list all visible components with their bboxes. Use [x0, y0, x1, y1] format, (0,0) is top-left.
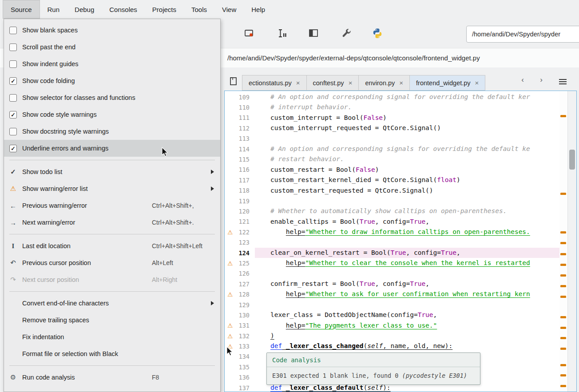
line-number[interactable]: 121 [235, 218, 255, 225]
warning-marker[interactable] [560, 364, 566, 366]
code-line-117[interactable]: 117 custom_restart_kernel_died = QtCore.… [225, 175, 559, 185]
file-switcher-icon[interactable] [226, 74, 241, 89]
warning-marker[interactable] [560, 285, 566, 287]
warning-marker[interactable] [560, 231, 566, 234]
line-number[interactable]: 127 [235, 281, 255, 288]
scrollbar-thumb[interactable] [569, 150, 575, 170]
line-number[interactable]: 133 [235, 343, 255, 350]
warning-marker[interactable] [560, 193, 566, 195]
menu-item-previous-cursor-position[interactable]: ↶Previous cursor positionAlt+Left [4, 254, 220, 271]
line-number[interactable]: 131 [235, 322, 255, 329]
line-number[interactable]: 111 [235, 114, 255, 121]
line-number[interactable]: 134 [235, 353, 255, 360]
tab-close-icon[interactable]: × [349, 79, 353, 87]
menu-item-format-file-or-selection-with-black[interactable]: Format file or selection with Black [4, 345, 220, 362]
code-line-124[interactable]: 124 clear_on_kernel_restart = Bool(True,… [225, 248, 559, 258]
menu-item-show-code-style-warnings[interactable]: ✓Show code style warnings [4, 106, 220, 123]
menubar-item-view[interactable]: View [214, 0, 244, 19]
maximize-pane-icon[interactable] [305, 25, 322, 42]
preferences-wrench-icon[interactable] [338, 25, 355, 42]
warning-marker[interactable] [560, 253, 566, 255]
code-line-111[interactable]: 111 custom_interrupt = Bool(False) [225, 113, 559, 123]
tab-scroll-right-icon[interactable]: › [536, 75, 547, 84]
tab-options-menu-icon[interactable] [559, 79, 567, 80]
working-directory-selector[interactable]: /home/andi/Dev/Spyder/spyder [466, 26, 579, 43]
line-number[interactable]: 129 [235, 301, 255, 309]
menu-item-convert-end-of-line-characters[interactable]: Convert end-of-line characters [4, 295, 220, 312]
line-number[interactable]: 117 [235, 177, 255, 184]
menu-item-next-warning-error[interactable]: →Next warning/errorCtrl+Alt+Shift+. [4, 214, 220, 231]
code-line-116[interactable]: 116 custom_restart = Bool(False) [225, 165, 559, 175]
line-number[interactable]: 136 [235, 374, 255, 381]
code-line-114[interactable]: 114 # An option and corresponding signal… [225, 144, 559, 154]
code-line-130[interactable]: 130 lexer_class = DottedObjectName(confi… [225, 310, 559, 320]
code-line-110[interactable]: 110 # interrupt behavior. [225, 102, 559, 112]
line-number[interactable]: 110 [235, 104, 255, 111]
line-number[interactable]: 109 [235, 94, 255, 101]
code-line-119[interactable]: 119 [225, 196, 559, 206]
tab-environ-py[interactable]: environ.py× [359, 75, 410, 91]
line-number[interactable]: 116 [235, 166, 255, 173]
menubar-item-projects[interactable]: Projects [145, 0, 184, 19]
python-logo-icon[interactable] [369, 25, 386, 42]
run-cell-icon[interactable] [241, 25, 258, 42]
menubar-item-help[interactable]: Help [244, 0, 273, 19]
line-number[interactable]: 125 [235, 260, 255, 267]
warning-marker[interactable] [560, 115, 566, 117]
code-line-122[interactable]: ⚠122 help="Whether to draw information c… [225, 227, 559, 237]
menubar-item-consoles[interactable]: Consoles [102, 0, 145, 19]
warning-marker[interactable] [560, 337, 566, 339]
gutter-warning-icon[interactable]: ⚠ [225, 322, 235, 329]
ibeam-pause-icon[interactable] [273, 25, 290, 42]
menu-item-show-todo-list[interactable]: ✓Show todo list [4, 163, 220, 180]
menu-item-scroll-past-the-end[interactable]: Scroll past the end [4, 39, 220, 55]
line-number[interactable]: 115 [235, 156, 255, 163]
warning-marker[interactable] [560, 385, 566, 387]
line-number[interactable]: 122 [235, 229, 255, 236]
editor-scrollbar[interactable] [567, 91, 576, 392]
code-line-132[interactable]: ⚠132 ) [225, 331, 559, 341]
warning-marker[interactable] [560, 348, 566, 350]
line-number[interactable]: 114 [235, 146, 255, 153]
menu-item-remove-trailing-spaces[interactable]: Remove trailing spaces [4, 312, 220, 329]
menubar-item-tools[interactable]: Tools [184, 0, 214, 19]
line-number[interactable]: 123 [235, 239, 255, 246]
menu-item-last-edit-location[interactable]: ILast edit locationCtrl+Alt+Shift+Left [4, 238, 220, 254]
menu-item-show-blank-spaces[interactable]: Show blank spaces [4, 22, 220, 39]
warning-marker[interactable] [560, 296, 566, 298]
menu-item-underline-errors-and-warnings[interactable]: ✓Underline errors and warnings [4, 140, 220, 157]
line-number[interactable]: 135 [235, 364, 255, 371]
menu-item-show-code-folding[interactable]: ✓Show code folding [4, 72, 220, 89]
warning-marker[interactable] [560, 264, 566, 266]
menu-item-show-docstring-style-warnings[interactable]: Show docstring style warnings [4, 123, 220, 140]
code-line-126[interactable]: 126 [225, 269, 559, 279]
tab-close-icon[interactable]: × [296, 79, 300, 87]
tab-frontend-widget-py[interactable]: frontend_widget.py× [410, 75, 485, 91]
code-line-127[interactable]: 127 confirm_restart = Bool(True, config=… [225, 279, 559, 289]
tab-ectionstatus-py[interactable]: ectionstatus.py× [242, 75, 307, 91]
warning-marker[interactable] [560, 242, 566, 244]
code-line-113[interactable]: 113 [225, 134, 559, 144]
line-number[interactable]: 128 [235, 291, 255, 298]
code-line-109[interactable]: 109 # An option and corresponding signal… [225, 92, 559, 102]
tab-close-icon[interactable]: × [399, 79, 403, 87]
menu-item-show-indent-guides[interactable]: Show indent guides [4, 55, 220, 72]
line-number[interactable]: 130 [235, 312, 255, 319]
menu-item-show-warning-error-list[interactable]: ⚠Show warning/error list [4, 180, 220, 197]
tab-close-icon[interactable]: × [475, 79, 479, 87]
code-line-131[interactable]: ⚠131 help="The pygments lexer class to u… [225, 321, 559, 331]
line-number[interactable]: 120 [235, 208, 255, 215]
tab-scroll-left-icon[interactable]: ‹ [517, 75, 528, 84]
code-line-125[interactable]: ⚠125 help="Whether to clear the console … [225, 258, 559, 268]
gutter-warning-icon[interactable]: ⚠ [225, 229, 235, 236]
code-line-118[interactable]: 118 custom_restart_requested = QtCore.Si… [225, 186, 559, 196]
line-number[interactable]: 112 [235, 125, 255, 132]
code-line-121[interactable]: 121 enable_calltips = Bool(True, config=… [225, 217, 559, 227]
menubar-item-source[interactable]: Source [3, 0, 40, 19]
line-number[interactable]: 113 [235, 135, 255, 142]
code-line-133[interactable]: ⚠133 def _lexer_class_changed(self, name… [225, 341, 559, 351]
menu-item-fix-indentation[interactable]: Fix indentation [4, 329, 220, 345]
menu-item-show-selector-for-classes-and-functions[interactable]: Show selector for classes and functions [4, 89, 220, 106]
line-number[interactable]: 119 [235, 198, 255, 205]
warning-marker[interactable] [560, 374, 566, 376]
